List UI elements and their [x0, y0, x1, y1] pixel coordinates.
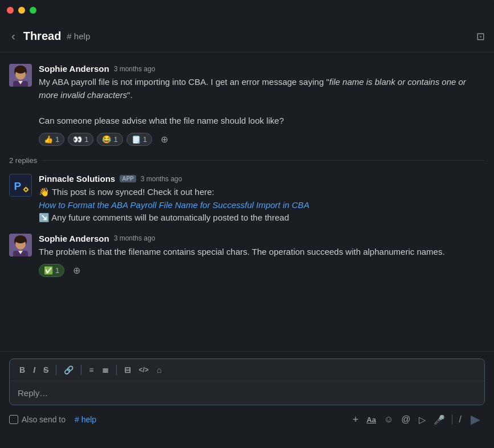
message-body: Sophie Anderson 3 months ago My ABA payr… [39, 64, 485, 147]
number-list-button[interactable]: ≣ [99, 364, 112, 376]
traffic-light-green[interactable] [30, 7, 36, 14]
strikethrough-button[interactable]: S [40, 364, 51, 376]
text-format-button[interactable]: Aa [363, 413, 379, 426]
also-send-channel-name: # help [75, 415, 96, 424]
add-reaction-button[interactable]: ⊕ [156, 132, 173, 147]
emoji-button[interactable]: ☺ [381, 412, 397, 427]
reaction-check[interactable]: ✅ 1 [39, 264, 64, 277]
block-quote-button[interactable]: ⊟ [121, 364, 134, 376]
also-send-channel [69, 415, 71, 424]
traffic-light-yellow[interactable] [18, 7, 25, 14]
add-reaction-button[interactable]: ⊕ [68, 263, 85, 278]
sender-name: Sophie Anderson [39, 64, 109, 74]
reactions: 👍 1 👀 1 😂 1 🗒️ 1 ⊕ [39, 132, 485, 147]
bold-button[interactable]: B [17, 364, 28, 376]
mention-button[interactable]: @ [398, 412, 414, 427]
message-row: Sophie Anderson 3 months ago The problem… [0, 229, 494, 283]
message-body: Sophie Anderson 3 months ago The problem… [39, 234, 485, 279]
add-button[interactable]: + [349, 412, 362, 428]
message-body: Pinnacle Solutions APP 3 months ago 👋 Th… [39, 174, 485, 225]
code-button[interactable]: </> [136, 364, 152, 376]
italic-button[interactable]: I [30, 364, 38, 376]
titlebar [0, 0, 494, 21]
message-text: My ABA payroll file is not importing int… [39, 76, 485, 127]
toolbar-divider [81, 365, 81, 375]
footer-left: Also send to # help [9, 415, 96, 424]
message-meta: Sophie Anderson 3 months ago [39, 64, 485, 74]
slash-command-button[interactable]: / [456, 412, 465, 427]
replies-divider: 2 replies [0, 152, 494, 169]
reply-placeholder: Reply… [18, 388, 48, 398]
compose-area: B I S 🔗 ≡ ≣ ⊟ </> ⌂ Reply… Also send to … [0, 351, 494, 448]
toolbar-divider [56, 365, 56, 375]
bullet-list-button[interactable]: ≡ [86, 364, 96, 376]
svg-point-9 [25, 189, 27, 191]
message-row: P Pinnacle Solutions APP 3 months ago 👋 … [0, 169, 494, 229]
reaction-laugh[interactable]: 😂 1 [97, 133, 123, 146]
replies-line [42, 160, 485, 161]
message-meta: Pinnacle Solutions APP 3 months ago [39, 174, 485, 184]
replies-count: 2 replies [9, 156, 37, 165]
svg-point-3 [15, 66, 26, 74]
avatar: P [9, 174, 32, 197]
avatar [9, 234, 32, 256]
footer-divider [452, 414, 452, 425]
toolbar-divider [116, 365, 117, 375]
footer-right: + Aa ☺ @ ▷ 🎤 / ▶ [349, 410, 485, 429]
message-text: The problem is that the filename contain… [39, 246, 485, 259]
also-send-label: Also send to [22, 415, 66, 424]
page-title: Thread [23, 30, 62, 43]
traffic-light-red[interactable] [7, 7, 14, 14]
also-send-row: Also send to # help [9, 415, 96, 424]
thread-view-icon[interactable]: ⊡ [476, 30, 485, 43]
timestamp: 3 months ago [114, 65, 156, 73]
compose-footer: Also send to # help + Aa ☺ @ ▷ 🎤 / ▶ [9, 405, 485, 429]
app-badge: APP [120, 175, 136, 182]
message-row: Sophie Anderson 3 months ago My ABA payr… [0, 59, 494, 152]
reaction-notepad[interactable]: 🗒️ 1 [126, 133, 152, 146]
video-button[interactable]: ▷ [415, 412, 429, 427]
compose-box: B I S 🔗 ≡ ≣ ⊟ </> ⌂ Reply… [9, 359, 485, 405]
reaction-thumbsup[interactable]: 👍 1 [39, 133, 64, 146]
link-button[interactable]: 🔗 [61, 364, 76, 376]
header-left: ‹ Thread # help [9, 27, 90, 45]
svg-point-17 [15, 235, 26, 243]
reactions: ✅ 1 ⊕ [39, 263, 485, 278]
timestamp: 3 months ago [141, 175, 182, 183]
compose-input[interactable]: Reply… [10, 381, 484, 405]
sender-name: Pinnacle Solutions [39, 174, 115, 184]
message-text: 👋 This post is now synced! Check it out … [39, 186, 485, 225]
sender-name: Sophie Anderson [39, 234, 109, 243]
also-send-checkbox[interactable] [9, 415, 18, 424]
send-button[interactable]: ▶ [466, 410, 485, 429]
audio-button[interactable]: 🎤 [430, 412, 448, 427]
back-button[interactable]: ‹ [9, 27, 18, 45]
timestamp: 3 months ago [114, 234, 156, 242]
article-link[interactable]: How to Format the ABA Payroll File Name … [39, 200, 309, 210]
svg-text:P: P [14, 180, 22, 192]
thread-header: ‹ Thread # help ⊡ [0, 21, 494, 52]
header-channel: # help [67, 31, 90, 41]
compose-toolbar: B I S 🔗 ≡ ≣ ⊟ </> ⌂ [10, 359, 484, 381]
message-meta: Sophie Anderson 3 months ago [39, 234, 485, 243]
avatar [9, 64, 32, 87]
reaction-eyes[interactable]: 👀 1 [68, 133, 93, 146]
more-format-button[interactable]: ⌂ [154, 364, 164, 376]
messages-area: Sophie Anderson 3 months ago My ABA payr… [0, 52, 494, 349]
